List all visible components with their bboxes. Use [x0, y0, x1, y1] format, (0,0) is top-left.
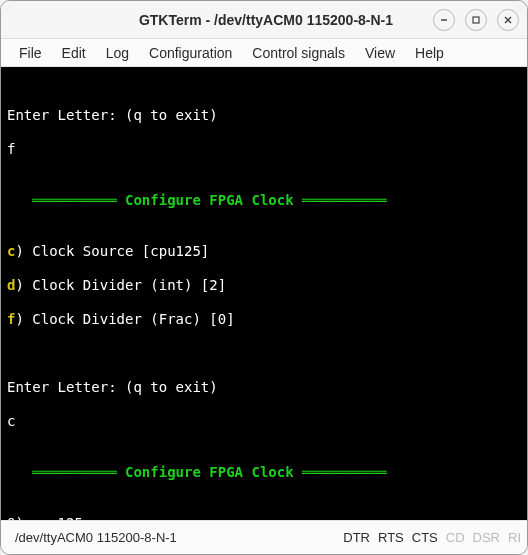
signal-dsr: DSR	[473, 530, 500, 545]
menu-control-signals[interactable]: Control signals	[244, 43, 353, 63]
svg-rect-1	[473, 17, 479, 23]
menu-help[interactable]: Help	[407, 43, 452, 63]
term-line: f	[7, 141, 521, 158]
signal-cd: CD	[446, 530, 465, 545]
menubar: File Edit Log Configuration Control sign…	[1, 39, 527, 67]
menu-file[interactable]: File	[11, 43, 50, 63]
signal-indicators: DTR RTS CTS CD DSR RI	[343, 530, 521, 545]
maximize-button[interactable]	[465, 9, 487, 31]
signal-rts[interactable]: RTS	[378, 530, 404, 545]
menu-log[interactable]: Log	[98, 43, 137, 63]
signal-cts: CTS	[412, 530, 438, 545]
menu-edit[interactable]: Edit	[54, 43, 94, 63]
menu-configuration[interactable]: Configuration	[141, 43, 240, 63]
signal-ri: RI	[508, 530, 521, 545]
status-port: /dev/ttyACM0 115200-8-N-1	[15, 530, 177, 545]
term-header: ══════════ Configure FPGA Clock ════════…	[7, 464, 521, 481]
window-controls	[433, 9, 519, 31]
term-option-d: d) Clock Divider (int) [2]	[7, 277, 521, 294]
term-header: ══════════ Configure FPGA Clock ════════…	[7, 192, 521, 209]
term-line: Enter Letter: (q to exit)	[7, 107, 521, 124]
terminal-output[interactable]: Enter Letter: (q to exit) f ══════════ C…	[1, 67, 527, 520]
term-line: Enter Letter: (q to exit)	[7, 379, 521, 396]
term-line: c	[7, 413, 521, 430]
term-option-c: c) Clock Source [cpu125]	[7, 243, 521, 260]
statusbar: /dev/ttyACM0 115200-8-N-1 DTR RTS CTS CD…	[1, 520, 527, 554]
minimize-button[interactable]	[433, 9, 455, 31]
gtkterm-window: GTKTerm - /dev/ttyACM0 115200-8-N-1 File…	[0, 0, 528, 555]
window-title: GTKTerm - /dev/ttyACM0 115200-8-N-1	[99, 12, 433, 28]
signal-dtr[interactable]: DTR	[343, 530, 370, 545]
close-button[interactable]	[497, 9, 519, 31]
titlebar: GTKTerm - /dev/ttyACM0 115200-8-N-1	[1, 1, 527, 39]
menu-view[interactable]: View	[357, 43, 403, 63]
term-option-f: f) Clock Divider (Frac) [0]	[7, 311, 521, 328]
